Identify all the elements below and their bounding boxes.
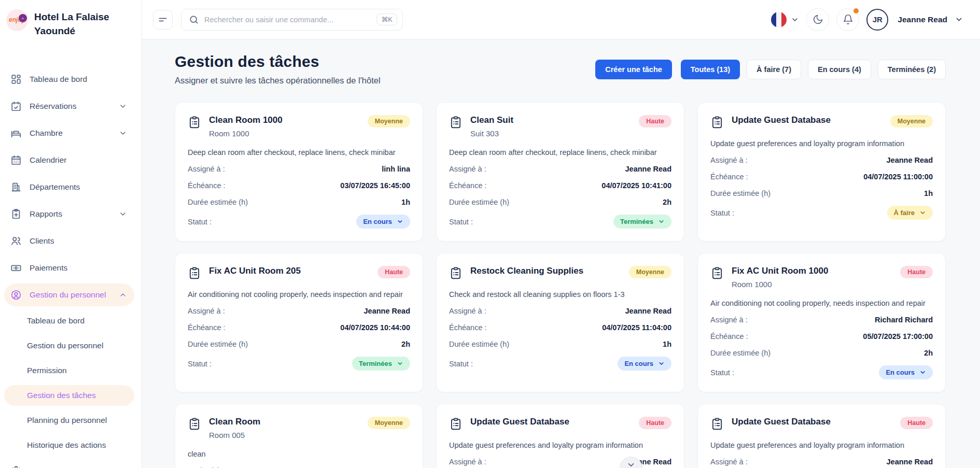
topbar-right: JR Jeanne Read [771,8,963,31]
due-label: Échéance : [710,332,748,341]
chevron-down-icon [626,460,636,468]
assignee-label: Assigné à : [188,307,225,315]
clipboard-icon [188,266,201,280]
duration-value: 2h [401,340,410,348]
filter-todo-button[interactable]: À faire (7) [747,60,801,79]
sidebar-item-payments[interactable]: Paiements [4,257,134,279]
task-card: Clean Suit Suit 303 Haute Deep clean roo… [436,102,684,242]
task-card: Restock Cleaning Supplies Moyenne Check … [436,253,684,392]
status-dropdown[interactable]: En cours [879,365,933,379]
task-card: Update Guest Database Haute Update guest… [436,404,684,468]
task-title: Restock Cleaning Supplies [470,266,583,276]
priority-badge: Haute [900,266,933,278]
assignee-label: Assigné à : [188,165,225,173]
sidebar-item-calendar[interactable]: Calendrier [4,149,134,172]
sidebar-subitem-task-management[interactable]: Gestion des tâches [4,385,134,406]
logo-magnifier-icon: ⌕ [19,14,27,22]
sidebar-item-settings[interactable]: Paramètres [4,460,134,468]
sidebar-item-clients[interactable]: Clients [4,230,134,252]
sidebar-item-departments[interactable]: Départements [4,176,134,198]
language-selector[interactable] [771,12,799,27]
status-dropdown[interactable]: Terminées [352,357,410,371]
task-title-block: Clean Room Room 005 [209,417,260,439]
priority-badge: Haute [900,417,933,429]
user-name: Jeanne Read [898,15,947,24]
sidebar-subitem-staff-management[interactable]: Gestion du personnel [4,335,134,356]
status-dropdown[interactable]: En cours [356,215,410,229]
sidebar-item-staff-management[interactable]: Gestion du personnel [4,283,134,306]
due-value: 04/07/2025 11:04:00 [602,323,671,332]
assignee-value: Jeanne Read [625,307,671,315]
task-room: Suit 303 [470,129,513,138]
sidebar-item-rooms[interactable]: Chambre [4,122,134,145]
sidebar-item-reports[interactable]: Rapports [4,203,134,225]
duration-value: 1h [663,340,671,348]
clipboard-icon [188,116,201,129]
task-title-block: Clean Room 1000 Room 1000 [209,115,283,138]
task-card-header: Update Guest Database Haute [710,417,933,431]
task-card: Clean Room 1000 Room 1000 Moyenne Deep c… [175,102,423,242]
page-subtitle: Assigner et suivre les tâches opérationn… [175,76,381,86]
sidebar-item-label: Réservations [30,102,76,111]
chevron-down-icon[interactable] [955,15,963,24]
status-dropdown[interactable]: À faire [887,206,933,220]
task-title: Update Guest Database [732,417,831,427]
task-card-header: Restock Cleaning Supplies Moyenne [449,266,671,280]
due-label: Échéance : [710,173,748,181]
chevron-down-icon [119,102,127,110]
brand: enjoy ⌕ Hotel La Falaise Yaoundé [0,0,142,42]
task-title: Update Guest Database [470,417,569,427]
dark-mode-button[interactable] [806,8,829,31]
avatar[interactable]: JR [866,9,888,31]
task-title-block: Fix AC Unit Room 1000 Room 1000 [732,266,828,289]
due-value: 03/07/2025 16:45:00 [340,181,410,190]
task-card-header: Clean Room 1000 Room 1000 Moyenne [188,115,410,138]
create-task-button[interactable]: Créer une tâche [595,60,672,79]
main-area: ⌘K JR Jeanne Read [142,0,980,468]
task-description: Air conditioning not cooling properly, n… [188,290,410,299]
due-label: Échéance : [188,181,226,190]
assignee-value: Jeanne Read [887,156,933,164]
task-title: Update Guest Database [732,115,831,125]
french-flag-icon [771,12,787,27]
status-label: Statut : [449,218,473,226]
task-title-block: Update Guest Database [732,115,831,125]
task-description: Update guest preferences and loyalty pro… [449,441,671,449]
sidebar-subitem-staff-planning[interactable]: Planning du personnel [4,410,134,431]
task-card: Fix AC Unit Room 205 Haute Air condition… [175,253,423,392]
priority-badge: Moyenne [368,417,410,429]
duration-label: Durée estimée (h) [449,340,509,348]
status-dropdown[interactable]: En cours [618,357,671,371]
task-title-block: Update Guest Database [470,417,569,427]
filter-all-button[interactable]: Toutes (13) [681,60,740,79]
status-dropdown[interactable]: Terminées [613,215,671,229]
users-icon [10,235,22,247]
hotel-name: Hotel La Falaise Yaoundé [34,8,133,38]
priority-badge: Moyenne [890,115,933,127]
task-card-header: Update Guest Database Haute [449,417,671,431]
task-card-header: Fix AC Unit Room 1000 Room 1000 Haute [710,266,933,289]
task-title: Fix AC Unit Room 1000 [732,266,828,276]
sidebar-toggle-button[interactable] [153,10,173,30]
assignee-value: Richard Richard [875,316,933,324]
bell-icon [843,14,853,25]
task-title: Fix AC Unit Room 205 [209,266,301,276]
search-box[interactable]: ⌘K [181,9,403,31]
sidebar-item-dashboard[interactable]: Tableau de bord [4,68,134,91]
task-title-block: Fix AC Unit Room 205 [209,266,301,276]
status-value: En cours [886,368,915,376]
filter-inprogress-button[interactable]: En cours (4) [808,60,871,79]
filter-done-button[interactable]: Terminées (2) [878,60,946,79]
sidebar-subitem-dashboard[interactable]: Tableau de bord [4,310,134,331]
sidebar-subitem-action-history[interactable]: Historique des actions [4,435,134,456]
sidebar-item-reservations[interactable]: Réservations [4,95,134,118]
search-input[interactable] [204,16,371,24]
due-label: Échéance : [188,323,226,332]
assignee-value: Jeanne Read [364,307,410,315]
notifications-button[interactable] [836,8,859,31]
sidebar-subitem-label: Historique des actions [27,441,106,450]
sidebar-subitem-permission[interactable]: Permission [4,360,134,381]
assignee-value: Jeanne Read [887,458,933,466]
sidebar-item-label: Calendrier [30,155,67,165]
task-description: clean [188,450,410,458]
